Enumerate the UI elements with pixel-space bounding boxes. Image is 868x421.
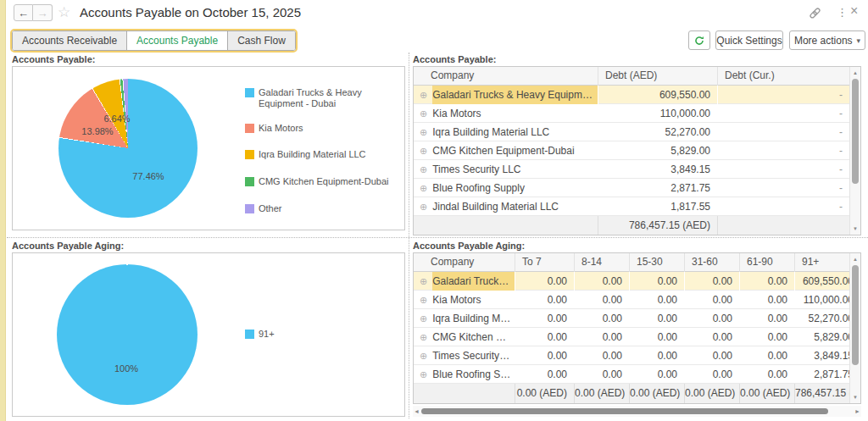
column-header-61-90[interactable]: 61-90 bbox=[739, 253, 794, 272]
aging-cell: 0.00 bbox=[629, 328, 684, 346]
ap-pie-panel: 77.46% 13.98% 6.64% Galadari Trucks & He… bbox=[12, 66, 405, 230]
quick-settings-button[interactable]: Quick Settings bbox=[715, 30, 783, 50]
aging-chart-title: Accounts Payable Aging: bbox=[12, 241, 124, 251]
legend-label: Kia Motors bbox=[259, 123, 303, 134]
scroll-down-icon[interactable]: ▼ bbox=[850, 224, 860, 234]
chevron-down-icon: ▾ bbox=[857, 36, 861, 45]
refresh-button[interactable] bbox=[688, 30, 710, 50]
column-header-company[interactable]: Company bbox=[414, 67, 598, 86]
table-row[interactable]: ⊕Jindal Building Material LLC 1,817.55 - bbox=[414, 197, 860, 216]
expand-icon[interactable]: ⊕ bbox=[420, 146, 427, 157]
aging-cell: 0.00 bbox=[629, 365, 684, 384]
legend-label: CMG Kitchen Equipment-Dubai bbox=[259, 176, 388, 187]
table-row[interactable]: ⊕Kia Motors 0.00 0.00 0.00 0.00 0.00 110… bbox=[414, 291, 860, 309]
column-header-15-30[interactable]: 15-30 bbox=[629, 253, 684, 272]
expand-icon[interactable]: ⊕ bbox=[420, 127, 427, 138]
scrollbar-thumb[interactable] bbox=[852, 79, 859, 184]
tab-accounts-receivable[interactable]: Accounts Receivable bbox=[13, 31, 127, 50]
forward-button[interactable]: → bbox=[33, 4, 53, 21]
ap-table-header: Company Debt (AED) Debt (Cur.) bbox=[414, 67, 860, 86]
column-header-company[interactable]: Company bbox=[414, 253, 515, 272]
column-header-31-60[interactable]: 31-60 bbox=[684, 253, 739, 272]
aging-cell: 0.00 bbox=[515, 328, 574, 346]
expand-icon[interactable]: ⊕ bbox=[420, 164, 427, 175]
column-header-8-14[interactable]: 8-14 bbox=[574, 253, 629, 272]
ap-table: Company Debt (AED) Debt (Cur.) ⊕Galadari… bbox=[413, 66, 861, 235]
expand-icon[interactable]: ⊕ bbox=[420, 369, 427, 380]
legend-label: Iqra Building Material LLC bbox=[259, 149, 366, 160]
legend-item: Galadari Trucks & Heavy Equipment - Duba… bbox=[245, 87, 404, 109]
table-row[interactable]: ⊕Galadari Trucks & Heavy Equipment - Dub… bbox=[414, 86, 860, 104]
expand-icon[interactable]: ⊕ bbox=[420, 295, 427, 306]
more-actions-button[interactable]: More actions ▾ bbox=[789, 30, 865, 50]
aging-pie-panel: 100% 91+ bbox=[12, 252, 405, 417]
link-icon[interactable] bbox=[809, 7, 821, 23]
table-row[interactable]: ⊕Galadari Trucks & Heavy Equipment - Dub… bbox=[414, 272, 860, 291]
table-row[interactable]: ⊕Iqra Building Material LLC 0.00 0.00 0.… bbox=[414, 309, 860, 328]
aging-cell: 0.00 bbox=[515, 272, 574, 291]
close-icon[interactable]: × bbox=[850, 3, 858, 19]
scroll-up-icon[interactable]: ▲ bbox=[850, 254, 860, 264]
aging-table-footer: 0.00 (AED) 0.00 (AED) 0.00 (AED) 0.00 (A… bbox=[414, 384, 860, 403]
expand-icon[interactable]: ⊕ bbox=[420, 351, 427, 362]
table-row[interactable]: ⊕Blue Roofing Supply 2,871.75 - bbox=[414, 179, 860, 197]
tab-cash-flow[interactable]: Cash Flow bbox=[228, 31, 295, 50]
pie-label-kia: 13.98% bbox=[81, 126, 113, 136]
footer-empty-cell bbox=[414, 216, 598, 235]
aging-cell: 0.00 bbox=[629, 346, 684, 365]
aging-cell: 0.00 bbox=[574, 272, 629, 291]
column-header-to7[interactable]: To 7 bbox=[515, 253, 574, 272]
legend-color-swatch bbox=[245, 330, 254, 339]
back-button[interactable]: ← bbox=[14, 4, 33, 21]
table-row[interactable]: ⊕Kia Motors 110,000.00 - bbox=[414, 104, 860, 123]
table-row[interactable]: ⊕Times Security LLC 0.00 0.00 0.00 0.00 … bbox=[414, 346, 860, 365]
scrollbar-thumb[interactable] bbox=[852, 265, 859, 365]
expand-icon[interactable]: ⊕ bbox=[420, 183, 427, 194]
expand-icon[interactable]: ⊕ bbox=[420, 313, 427, 324]
legend-item: Kia Motors bbox=[245, 123, 303, 134]
scroll-left-icon[interactable]: ◄ bbox=[414, 408, 420, 414]
table-row[interactable]: ⊕Iqra Building Material LLC 52,270.00 - bbox=[414, 123, 860, 141]
expand-icon[interactable]: ⊕ bbox=[420, 202, 427, 213]
aging-cell: 0.00 bbox=[684, 346, 739, 365]
legend-item: CMG Kitchen Equipment-Dubai bbox=[245, 176, 388, 187]
debt-cur-cell: - bbox=[717, 179, 849, 197]
legend-label: 91+ bbox=[259, 329, 275, 340]
aging-cell: 0.00 bbox=[574, 328, 629, 346]
vertical-scrollbar[interactable]: ▲ ▼ bbox=[849, 253, 860, 403]
scrollbar-thumb[interactable] bbox=[421, 408, 828, 414]
history-nav: ← → bbox=[14, 4, 53, 21]
vertical-scrollbar[interactable]: ▲ ▼ bbox=[849, 67, 860, 235]
debt-cur-cell: - bbox=[717, 123, 849, 141]
horizontal-scrollbar[interactable]: ◄ ► bbox=[413, 406, 861, 417]
debt-cur-cell: - bbox=[717, 104, 849, 123]
expand-icon[interactable]: ⊕ bbox=[420, 332, 427, 343]
aging-pie bbox=[57, 264, 198, 405]
scroll-right-icon[interactable]: ► bbox=[854, 408, 860, 414]
aging-table: Company To 7 8-14 15-30 31-60 61-90 91+ … bbox=[413, 252, 861, 404]
kebab-menu-icon[interactable]: ⋮ bbox=[837, 6, 848, 19]
vertical-splitter[interactable] bbox=[409, 53, 409, 418]
legend-color-swatch bbox=[245, 150, 254, 159]
expand-icon[interactable]: ⊕ bbox=[420, 90, 427, 101]
report-tabs: Accounts Receivable Accounts Payable Cas… bbox=[10, 29, 298, 53]
scroll-up-icon[interactable]: ▲ bbox=[850, 68, 860, 78]
column-header-debt-aed[interactable]: Debt (AED) bbox=[598, 67, 717, 86]
aging-cell: 0.00 bbox=[739, 328, 794, 346]
pie-label-galadari: 77.46% bbox=[132, 171, 164, 181]
tab-accounts-payable[interactable]: Accounts Payable bbox=[127, 31, 228, 50]
horizontal-splitter[interactable] bbox=[7, 237, 868, 238]
column-header-debt-cur[interactable]: Debt (Cur.) bbox=[717, 67, 849, 86]
table-row[interactable]: ⊕CMG Kitchen Equipment-Dubai 5,829.00 - bbox=[414, 141, 860, 160]
favorite-star-icon[interactable]: ☆ bbox=[58, 3, 70, 21]
expand-icon[interactable]: ⊕ bbox=[420, 108, 427, 119]
table-row[interactable]: ⊕CMG Kitchen Equipment-Dubai 0.00 0.00 0… bbox=[414, 328, 860, 346]
expand-icon[interactable]: ⊕ bbox=[420, 276, 427, 287]
table-row[interactable]: ⊕Blue Roofing Supply 0.00 0.00 0.00 0.00… bbox=[414, 365, 860, 384]
debt-aed-cell: 3,849.15 bbox=[598, 160, 717, 179]
aging-cell: 0.00 bbox=[739, 365, 794, 384]
pie-label-iqra: 6.64% bbox=[103, 114, 130, 124]
debt-cur-cell: - bbox=[717, 86, 849, 104]
scroll-down-icon[interactable]: ▼ bbox=[850, 392, 860, 402]
table-row[interactable]: ⊕Times Security LLC 3,849.15 - bbox=[414, 160, 860, 179]
